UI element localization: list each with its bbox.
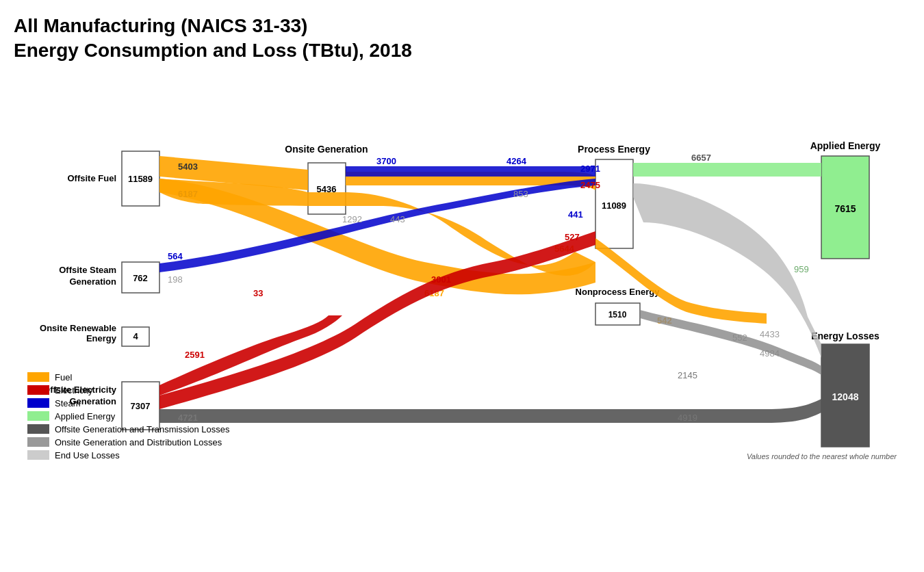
svg-text:Energy Losses: Energy Losses <box>811 330 880 341</box>
legend-onsite-loss-label: Onsite Generation and Distribution Losse… <box>55 437 222 447</box>
svg-text:959: 959 <box>794 264 809 274</box>
chart-area: 11589 762 4 7307 5436 11089 1510 <box>14 70 910 474</box>
svg-text:3001: 3001 <box>431 274 451 285</box>
steam-swatch <box>27 398 49 408</box>
svg-text:1510: 1510 <box>608 310 627 320</box>
svg-text:Offsite Steam: Offsite Steam <box>59 265 116 275</box>
enduse-loss-swatch <box>27 450 49 460</box>
legend-onsite-loss: Onsite Generation and Distribution Losse… <box>27 437 230 447</box>
electricity-swatch <box>27 385 49 395</box>
legend-steam: Steam <box>27 398 230 408</box>
svg-text:11089: 11089 <box>602 200 626 211</box>
svg-text:Generation: Generation <box>69 276 116 287</box>
svg-text:11589: 11589 <box>128 174 153 184</box>
legend-offsite-loss-label: Offsite Generation and Transmission Loss… <box>55 424 230 434</box>
svg-text:7615: 7615 <box>834 203 856 214</box>
svg-text:762: 762 <box>133 273 148 283</box>
svg-text:6657: 6657 <box>691 153 711 163</box>
svg-text:2475: 2475 <box>580 180 600 190</box>
svg-text:Process Energy: Process Energy <box>578 144 650 155</box>
svg-text:198: 198 <box>168 274 183 285</box>
legend-enduse-loss-label: End Use Losses <box>55 450 120 460</box>
svg-text:1292: 1292 <box>342 214 362 224</box>
chart-title: All Manufacturing (NAICS 31-33) Energy C… <box>14 14 910 64</box>
footnote: Values rounded to the nearest whole numb… <box>747 452 897 460</box>
legend-electricity-label: Electricity <box>55 385 93 395</box>
svg-text:853: 853 <box>513 189 528 199</box>
legend: Fuel Electricity Steam Applied Energy Of… <box>27 372 230 460</box>
legend-fuel: Fuel <box>27 372 230 382</box>
svg-text:Onsite Generation: Onsite Generation <box>285 144 368 155</box>
main-container: All Manufacturing (NAICS 31-33) Energy C… <box>0 0 924 572</box>
svg-text:527: 527 <box>565 232 580 242</box>
svg-text:4264: 4264 <box>506 156 527 166</box>
offsite-loss-swatch <box>27 424 49 434</box>
svg-text:2591: 2591 <box>185 350 205 360</box>
legend-offsite-loss: Offsite Generation and Transmission Loss… <box>27 424 230 434</box>
legend-applied: Applied Energy <box>27 411 230 421</box>
svg-text:4: 4 <box>133 331 138 341</box>
svg-text:441: 441 <box>568 209 583 220</box>
applied-swatch <box>27 411 49 421</box>
legend-applied-label: Applied Energy <box>55 411 115 421</box>
svg-text:Onsite Renewable: Onsite Renewable <box>40 323 116 333</box>
title-line2: Energy Consumption and Loss (TBtu), 2018 <box>14 38 910 63</box>
legend-enduse-loss: End Use Losses <box>27 450 230 460</box>
svg-text:Energy: Energy <box>86 333 117 343</box>
fuel-swatch <box>27 372 49 382</box>
svg-text:33: 33 <box>253 288 263 298</box>
onsite-loss-swatch <box>27 437 49 447</box>
legend-electricity: Electricity <box>27 385 230 395</box>
svg-text:443: 443 <box>390 214 405 224</box>
svg-text:3700: 3700 <box>376 156 396 166</box>
svg-text:2971: 2971 <box>580 164 600 174</box>
svg-text:2145: 2145 <box>678 370 697 380</box>
svg-text:564: 564 <box>168 251 183 261</box>
svg-text:12048: 12048 <box>832 391 859 402</box>
svg-text:4433: 4433 <box>760 329 780 339</box>
svg-text:Offsite Fuel: Offsite Fuel <box>67 173 116 183</box>
legend-fuel-label: Fuel <box>55 372 72 382</box>
svg-text:5403: 5403 <box>178 161 198 172</box>
svg-text:Applied Energy: Applied Energy <box>810 140 881 151</box>
legend-steam-label: Steam <box>55 398 81 408</box>
title-line1: All Manufacturing (NAICS 31-33) <box>14 14 910 38</box>
svg-text:4919: 4919 <box>678 413 697 423</box>
